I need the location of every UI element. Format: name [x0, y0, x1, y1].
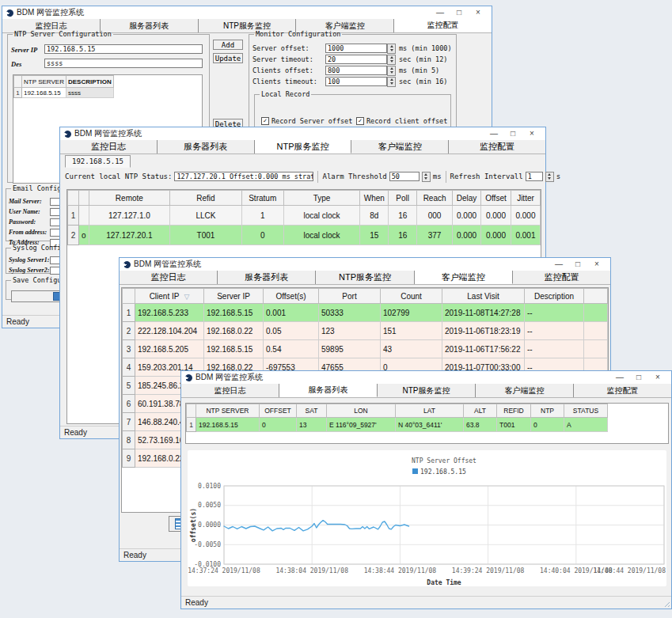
column-header-last-visit[interactable]: Last Visit — [442, 289, 525, 304]
cell[interactable] — [584, 340, 608, 358]
refresh-interval-spinner[interactable] — [545, 172, 554, 182]
tab-client-monitor[interactable]: 客户端监控 — [476, 384, 574, 397]
close-button[interactable]: × — [469, 6, 488, 19]
column-header-poll[interactable]: Poll — [389, 191, 417, 206]
cell[interactable]: 59895 — [319, 340, 381, 358]
server-ip-input[interactable]: 192.168.5.15 — [44, 44, 203, 54]
maximize-button[interactable]: □ — [568, 258, 587, 271]
column-header-server-ip[interactable]: Server IP — [204, 289, 264, 304]
maximize-button[interactable]: □ — [450, 6, 469, 19]
table-row[interactable]: 1127.127.1.0LLCK1local clock8d160000.000… — [68, 206, 541, 226]
column-header-jitter[interactable]: Jitter — [511, 191, 540, 206]
titlebar[interactable]: BDM 网管监控系统 — □ × — [120, 258, 610, 271]
titlebar[interactable]: BDM 网管监控系统 — □ × — [2, 6, 492, 19]
config-input[interactable]: 1000 — [325, 44, 387, 53]
cell[interactable]: E 116°09_5927' — [327, 418, 396, 432]
resize-grip[interactable] — [663, 600, 670, 607]
cell[interactable]: A — [564, 418, 608, 432]
column-header-offset[interactable]: OFFSET — [260, 404, 297, 418]
column-header-count[interactable]: Count — [381, 289, 442, 304]
titlebar[interactable]: BDM 网管监控系统 — □ × — [181, 371, 671, 384]
cell[interactable]: 0 — [260, 418, 297, 432]
config-input[interactable]: 800 — [325, 66, 387, 75]
column-header-remote[interactable]: Remote — [89, 191, 170, 206]
legend-swatch[interactable] — [412, 468, 418, 474]
minimize-button[interactable]: — — [484, 127, 503, 140]
cell[interactable]: 0.000 — [453, 206, 481, 226]
spinner[interactable] — [387, 44, 396, 54]
column-header-offset[interactable]: Offset — [481, 191, 511, 206]
column-header-stratum[interactable]: Stratum — [241, 191, 283, 206]
description-input[interactable]: ssss — [44, 59, 203, 68]
cell[interactable]: 0.54 — [264, 340, 319, 358]
tab-client-monitor[interactable]: 客户端监控 — [415, 271, 513, 284]
cell[interactable]: 0.001 — [511, 226, 540, 245]
column-header-delay[interactable]: Delay — [453, 191, 481, 206]
cell[interactable]: 16 — [389, 206, 417, 226]
cell[interactable]: -- — [525, 340, 584, 358]
spinner[interactable] — [387, 77, 396, 87]
tab-ntp-service-monitor[interactable]: NTP服务监控 — [378, 384, 476, 397]
spinner[interactable] — [387, 66, 396, 76]
minimize-button[interactable]: — — [610, 371, 629, 384]
minimize-button[interactable]: — — [549, 258, 568, 271]
column-header-offset-s-[interactable]: Offset(s) — [264, 289, 319, 304]
cell[interactable]: T001 — [497, 418, 531, 432]
cell[interactable]: 0.000 — [511, 206, 540, 226]
column-header-client-ip[interactable]: Client IP▽ — [135, 289, 204, 304]
column-header-ntp[interactable]: NTP — [531, 404, 564, 418]
titlebar[interactable]: BDM 网管监控系统 — □ × — [60, 127, 545, 140]
cell[interactable] — [584, 304, 608, 322]
cell[interactable]: N 40°03_6411' — [396, 418, 464, 432]
cell[interactable]: 0.000 — [481, 226, 511, 245]
column-header-alt[interactable]: ALT — [464, 404, 497, 418]
add-button[interactable]: Add — [213, 40, 243, 50]
table-row[interactable]: 2o127.127.20.1T0010local clock15163770.0… — [68, 226, 541, 245]
update-button[interactable]: Update — [213, 53, 243, 63]
column-header-refid[interactable]: Refid — [170, 191, 242, 206]
cell[interactable] — [78, 206, 89, 226]
table-row[interactable]: 1 192.168.5.15 ssss — [14, 88, 114, 98]
tab-monitor-config[interactable]: 监控配置 — [574, 384, 671, 397]
column-header-status[interactable]: STATUS — [564, 404, 608, 418]
tab-monitor-log[interactable]: 监控日志 — [181, 384, 279, 397]
cell[interactable]: 50333 — [319, 304, 381, 322]
cell[interactable]: local clock — [283, 226, 360, 245]
column-header-sat[interactable]: SAT — [297, 404, 327, 418]
cell[interactable]: 192.168.5.205 — [135, 340, 204, 358]
cell[interactable]: 2019-11-06T17:56:22 — [442, 340, 525, 358]
sort-filter-icon[interactable]: ▽ — [184, 293, 189, 301]
cell[interactable]: 102799 — [381, 304, 442, 322]
column-header-reach[interactable]: Reach — [417, 191, 453, 206]
maximize-button[interactable]: □ — [503, 127, 522, 140]
config-input[interactable]: 100 — [325, 77, 387, 86]
cell[interactable]: 13 — [297, 418, 327, 432]
cell[interactable]: 15 — [360, 226, 389, 245]
column-header-lat[interactable]: LAT — [396, 404, 464, 418]
cell[interactable]: LLCK — [170, 206, 242, 226]
record-server-offset-checkbox[interactable]: ✓ Record Server offset — [261, 117, 352, 125]
tab-server-list[interactable]: 服务器列表 — [279, 384, 378, 397]
tab-server-list[interactable]: 服务器列表 — [158, 140, 255, 154]
cell[interactable]: 127.127.1.0 — [89, 206, 170, 226]
refresh-interval-input[interactable]: 1 — [526, 172, 543, 181]
minimize-button[interactable]: — — [431, 6, 450, 19]
tab-monitor-config[interactable]: 监控配置 — [513, 271, 610, 284]
cell[interactable]: 127.127.20.1 — [89, 226, 170, 245]
cell[interactable]: 192.168.5.15 — [204, 304, 264, 322]
cell[interactable]: 0.05 — [264, 322, 319, 340]
cell[interactable]: ssss — [66, 88, 114, 98]
cell[interactable]: 0.001 — [264, 304, 319, 322]
column-header-type[interactable]: Type — [283, 191, 360, 206]
cell[interactable]: 43 — [381, 340, 442, 358]
table-row[interactable]: 1192.168.5.233192.168.5.150.001503331027… — [123, 304, 608, 322]
tab-monitor-log[interactable]: 监控日志 — [120, 271, 218, 284]
cell[interactable]: 2019-11-06T18:23:19 — [442, 322, 525, 340]
column-header-description[interactable]: DESCRIPTION — [66, 76, 114, 88]
cell[interactable]: 222.128.104.204 — [135, 322, 204, 340]
cell[interactable]: -- — [525, 322, 584, 340]
cell[interactable]: o — [78, 226, 89, 245]
legend-label[interactable]: 192.168.5.15 — [420, 468, 466, 476]
cell[interactable]: 192.168.5.15 — [22, 88, 66, 98]
cell[interactable]: 0.000 — [453, 226, 481, 245]
